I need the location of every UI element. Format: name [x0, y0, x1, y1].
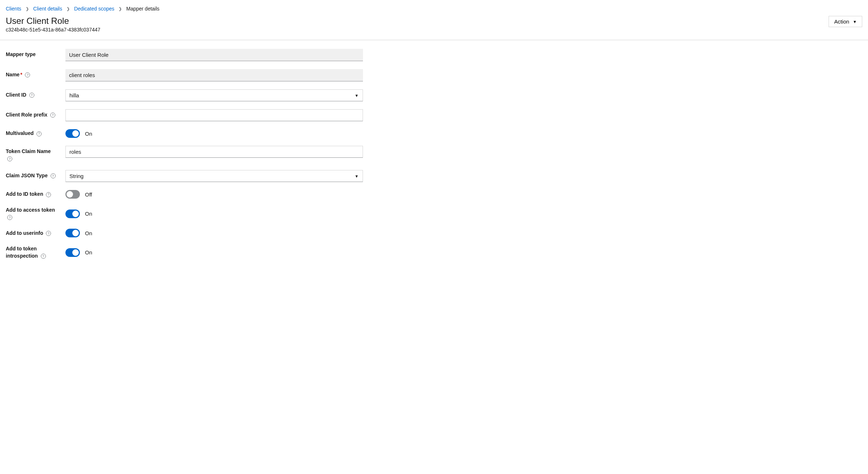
mapper-form: Mapper type Name* ? Client ID ? ▼: [0, 40, 369, 260]
chevron-right-icon: ❯: [26, 7, 29, 11]
chevron-right-icon: ❯: [67, 7, 70, 11]
action-button-label: Action: [834, 18, 849, 25]
help-icon[interactable]: ?: [50, 113, 55, 118]
claim-json-type-select[interactable]: [65, 170, 363, 182]
label-mapper-type: Mapper type: [6, 49, 58, 58]
action-dropdown-button[interactable]: Action ▼: [829, 16, 862, 27]
add-to-userinfo-toggle-label: On: [85, 230, 92, 236]
add-to-access-token-toggle-label: On: [85, 211, 92, 217]
caret-down-icon: ▼: [853, 20, 857, 24]
label-name: Name* ?: [6, 69, 58, 79]
add-to-access-token-toggle[interactable]: [65, 210, 80, 218]
multivalued-toggle-label: On: [85, 131, 92, 137]
label-add-to-userinfo: Add to userinfo ?: [6, 230, 58, 237]
page-title: User Client Role: [6, 16, 101, 26]
breadcrumb-link-clients[interactable]: Clients: [6, 6, 21, 12]
label-client-role-prefix: Client Role prefix ?: [6, 109, 58, 119]
breadcrumb-link-client-details[interactable]: Client details: [33, 6, 62, 12]
client-id-select[interactable]: [65, 89, 363, 101]
multivalued-toggle[interactable]: [65, 129, 80, 138]
add-to-userinfo-toggle[interactable]: [65, 229, 80, 237]
help-icon[interactable]: ?: [46, 231, 51, 236]
help-icon[interactable]: ?: [41, 254, 46, 259]
label-client-id: Client ID ?: [6, 89, 58, 99]
help-icon[interactable]: ?: [29, 93, 34, 98]
label-multivalued: Multivalued ?: [6, 130, 58, 137]
required-indicator: *: [20, 72, 22, 77]
help-icon[interactable]: ?: [37, 131, 42, 136]
add-to-token-introspection-toggle[interactable]: [65, 248, 80, 257]
token-claim-name-field[interactable]: [65, 146, 363, 158]
page-uuid: c324b48c-51e5-431a-86a7-4383fc037447: [6, 27, 101, 33]
help-icon[interactable]: ?: [7, 156, 12, 161]
label-claim-json-type: Claim JSON Type ?: [6, 170, 58, 179]
client-role-prefix-field[interactable]: [65, 109, 363, 121]
add-to-id-token-toggle[interactable]: [65, 190, 80, 199]
label-add-to-token-introspection: Add to token introspection ?: [6, 245, 58, 259]
breadcrumb-link-dedicated-scopes[interactable]: Dedicated scopes: [74, 6, 114, 12]
page-header: User Client Role c324b48c-51e5-431a-86a7…: [0, 16, 868, 40]
breadcrumb: Clients ❯ Client details ❯ Dedicated sco…: [0, 6, 868, 16]
add-to-id-token-toggle-label: Off: [85, 191, 92, 198]
breadcrumb-current: Mapper details: [126, 6, 159, 12]
help-icon[interactable]: ?: [7, 215, 12, 220]
label-add-to-id-token: Add to ID token ?: [6, 191, 58, 198]
label-add-to-access-token: Add to access token ?: [6, 207, 58, 221]
mapper-type-field: [65, 49, 363, 61]
chevron-right-icon: ❯: [119, 7, 122, 11]
help-icon[interactable]: ?: [46, 192, 51, 197]
label-token-claim-name: Token Claim Name ?: [6, 146, 58, 162]
name-field: [65, 69, 363, 81]
add-to-token-introspection-toggle-label: On: [85, 249, 92, 255]
help-icon[interactable]: ?: [51, 173, 56, 178]
help-icon[interactable]: ?: [25, 72, 30, 77]
